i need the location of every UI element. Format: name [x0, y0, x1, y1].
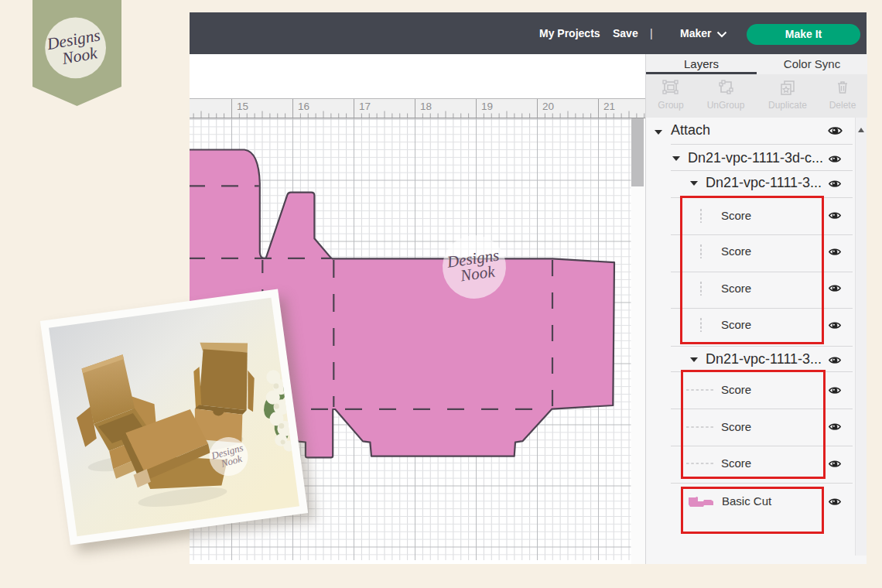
svg-text:15: 15 [237, 101, 248, 112]
svg-text:20: 20 [542, 101, 554, 112]
svg-text:19: 19 [481, 101, 493, 112]
svg-text:16: 16 [298, 101, 309, 112]
svg-text:18: 18 [420, 101, 432, 112]
svg-text:17: 17 [359, 101, 371, 112]
svg-text:21: 21 [603, 101, 615, 112]
